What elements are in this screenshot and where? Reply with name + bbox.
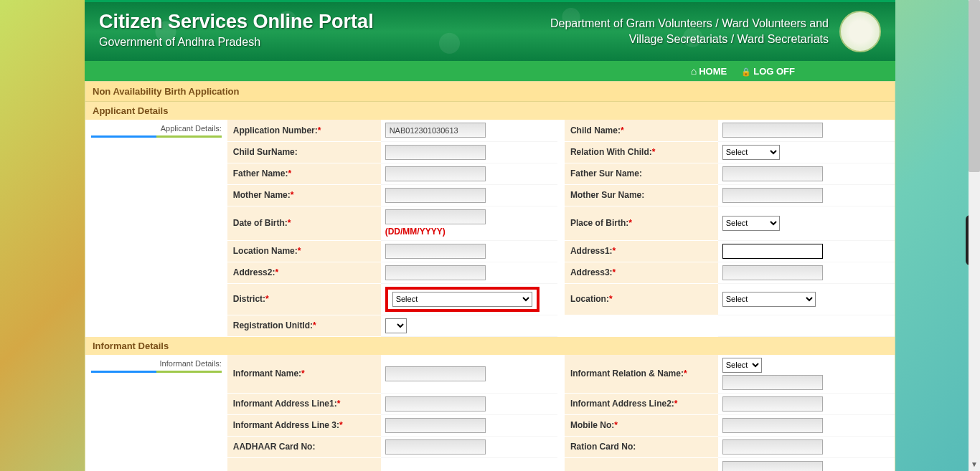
informant-name-label: Informant Name: (233, 368, 301, 379)
aadhaar-input[interactable] (385, 439, 486, 455)
portal-subtitle: Government of Andhra Pradesh (99, 36, 374, 49)
relation-select[interactable]: Select (722, 145, 780, 160)
child-name-label: Child Name: (570, 125, 621, 135)
logoff-link[interactable]: LOG OFF (741, 66, 795, 77)
father-name-input[interactable] (385, 166, 486, 181)
relation-label: Relation With Child: (570, 147, 652, 157)
district-highlight: Select (385, 287, 540, 312)
mobile-input[interactable] (722, 418, 823, 433)
govt-emblem-icon (839, 11, 881, 52)
mobile-label: Mobile No: (570, 420, 614, 430)
informant-relation-label: Informant Relation & Name: (570, 368, 684, 379)
address2-input[interactable] (385, 265, 486, 280)
scrollbar-thumb[interactable] (969, 0, 980, 172)
address1-input[interactable] (722, 244, 823, 259)
address3-label: Address3: (570, 267, 613, 277)
father-surname-label: Father Sur Name: (570, 168, 642, 179)
dob-label: Date of Birth: (233, 218, 288, 228)
informant-section-header: Informant Details (85, 337, 895, 355)
dept-line1: Department of Gram Volunteers / Ward Vol… (550, 16, 829, 32)
location-select[interactable]: Select (722, 292, 816, 307)
child-surname-label: Child SurName: (233, 147, 298, 157)
informant-addr1-input[interactable] (385, 396, 486, 411)
location-name-label: Location Name: (233, 246, 298, 256)
informant-side-label: Informant Details: (91, 359, 222, 373)
remarks-input[interactable] (722, 461, 823, 472)
mother-surname-input[interactable] (722, 188, 823, 203)
scrollbar[interactable]: ▼ (969, 0, 980, 471)
mother-name-label: Mother Name: (233, 190, 291, 200)
app-number-input[interactable] (385, 123, 486, 138)
father-surname-input[interactable] (722, 166, 823, 181)
dept-line2: Village Secretariats / Ward Secretariats (550, 32, 829, 47)
district-label: District: (233, 294, 265, 304)
informant-relation-select[interactable]: Select (722, 358, 762, 373)
informant-addr3-input[interactable] (385, 418, 486, 433)
informant-addr3-label: Informant Address Line 3: (233, 420, 339, 430)
informant-name-input[interactable] (385, 366, 486, 381)
home-link[interactable]: HOME (691, 65, 727, 77)
portal-title: Citizen Services Online Portal (99, 11, 374, 33)
scroll-down-icon[interactable]: ▼ (969, 460, 980, 468)
mother-surname-label: Mother Sur Name: (570, 190, 644, 200)
reg-unit-label: Registration UnitId: (233, 320, 313, 330)
header-banner: Citizen Services Online Portal Governmen… (85, 0, 895, 61)
ration-input[interactable] (722, 439, 823, 455)
child-name-input[interactable] (722, 123, 823, 138)
location-name-input[interactable] (385, 244, 486, 259)
dob-hint: (DD/MM/YYYY) (385, 227, 446, 237)
mother-name-input[interactable] (385, 188, 486, 203)
app-number-label: Application Number: (233, 125, 318, 135)
pob-label: Place of Birth: (570, 218, 628, 228)
district-select[interactable]: Select (392, 292, 532, 307)
ration-label: Ration Card No: (570, 442, 636, 452)
informant-addr1-label: Informant Address Line1: (233, 399, 337, 409)
top-navbar: HOME LOG OFF (85, 61, 895, 81)
child-surname-input[interactable] (385, 145, 486, 160)
informant-relation-name-input[interactable] (722, 375, 823, 390)
informant-addr2-input[interactable] (722, 396, 823, 411)
address1-label: Address1: (570, 246, 613, 256)
address3-input[interactable] (722, 265, 823, 280)
pob-select[interactable]: Select (722, 216, 780, 231)
informant-addr2-label: Informant Address Line2: (570, 399, 674, 409)
applicant-side-label: Applicant Details: (91, 124, 222, 138)
reg-unit-select[interactable] (385, 318, 407, 333)
father-name-label: Father Name: (233, 168, 288, 179)
page-title: Non Availability Birth Application (85, 82, 895, 102)
dob-input[interactable] (385, 209, 486, 224)
aadhaar-label: AADHAAR Card No: (233, 442, 316, 452)
applicant-section-header: Applicant Details (85, 102, 895, 120)
location-label: Location: (570, 294, 609, 304)
address2-label: Address2: (233, 267, 275, 277)
